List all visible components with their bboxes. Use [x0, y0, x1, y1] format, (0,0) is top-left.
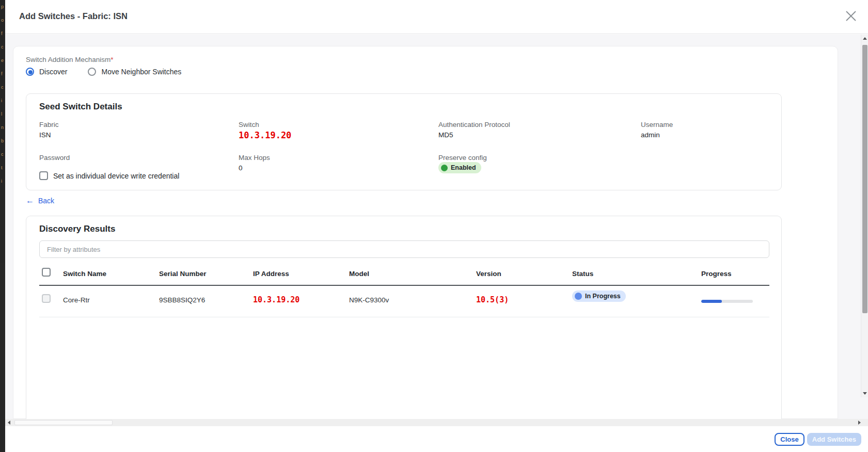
- vertical-scrollbar[interactable]: [861, 35, 868, 397]
- table-header-row: Switch Name Serial Number IP Address Mod…: [26, 265, 782, 285]
- row-checkbox[interactable]: [42, 294, 51, 303]
- auth-protocol-label: Authentication Protocol: [438, 121, 510, 128]
- horizontal-scrollbar-thumb[interactable]: [14, 420, 113, 425]
- cell-model: N9K-C9300v: [349, 296, 389, 304]
- background-app-strip: p o f c e f c i l n b c t i: [0, 0, 5, 452]
- radio-move-neighbor[interactable]: [88, 68, 96, 76]
- radio-move-neighbor-label[interactable]: Move Neighbor Switches: [101, 68, 181, 76]
- fabric-label: Fabric: [39, 121, 59, 128]
- col-status: Status: [572, 270, 593, 278]
- in-progress-dot-icon: [575, 293, 582, 300]
- col-version: Version: [476, 270, 501, 278]
- cell-serial-number: 9SBB8SIQ2Y6: [159, 296, 205, 304]
- scroll-left-icon[interactable]: [8, 421, 10, 425]
- col-progress: Progress: [701, 270, 732, 278]
- table-row[interactable]: Core-Rtr 9SBB8SIQ2Y6 10.3.19.20 N9K-C930…: [26, 286, 782, 317]
- password-label: Password: [39, 154, 70, 162]
- discovery-results-card: Discovery Results Switch Name Serial Num…: [26, 216, 782, 419]
- cell-ip-address: 10.3.19.20: [253, 295, 299, 304]
- dialog-header: Add Switches - Fabric: ISN: [5, 0, 868, 34]
- scroll-up-icon[interactable]: [863, 37, 867, 40]
- radio-discover-label[interactable]: Discover: [39, 68, 67, 76]
- cell-version: 10.5(3): [476, 295, 509, 304]
- required-asterisk: *: [111, 56, 113, 63]
- filter-input[interactable]: [39, 240, 769, 258]
- close-icon[interactable]: [843, 8, 859, 24]
- switch-label: Switch: [239, 121, 259, 128]
- add-switches-button[interactable]: Add Switches: [807, 433, 861, 446]
- write-credential-label: Set as individual device write credentia…: [53, 172, 179, 180]
- dialog-title: Add Switches - Fabric: ISN: [19, 11, 128, 21]
- enabled-dot-icon: [441, 165, 448, 171]
- seed-switch-details-card: Seed Switch Details Fabric ISN Switch 10…: [26, 93, 782, 190]
- auth-protocol-value: MD5: [438, 131, 453, 139]
- max-hops-value: 0: [239, 164, 243, 172]
- results-card-title: Discovery Results: [39, 224, 115, 234]
- col-switch-name: Switch Name: [63, 270, 106, 278]
- back-arrow-icon: ←: [26, 196, 34, 205]
- mechanism-label: Switch Addition Mechanism*: [26, 56, 114, 63]
- select-all-checkbox[interactable]: [42, 268, 51, 277]
- dialog-body: Switch Addition Mechanism* Discover Move…: [5, 35, 868, 419]
- username-value: admin: [641, 131, 660, 139]
- back-link-label: Back: [38, 197, 54, 205]
- max-hops-label: Max Hops: [239, 154, 270, 162]
- back-link[interactable]: ← Back: [26, 196, 54, 205]
- dialog-footer: Close Add Switches: [5, 426, 868, 452]
- status-badge: In Progress: [572, 290, 626, 302]
- table-row-divider: [39, 317, 769, 317]
- vertical-scrollbar-thumb[interactable]: [862, 45, 867, 313]
- progress-bar: [701, 300, 753, 303]
- close-button[interactable]: Close: [775, 433, 804, 446]
- username-label: Username: [641, 121, 673, 128]
- seed-card-title: Seed Switch Details: [39, 102, 122, 112]
- progress-bar-fill: [701, 300, 722, 303]
- preserve-config-label: Preserve config: [438, 154, 487, 162]
- switch-value: 10.3.19.20: [239, 130, 291, 140]
- scroll-down-icon[interactable]: [863, 392, 867, 395]
- horizontal-scrollbar[interactable]: [5, 419, 868, 426]
- col-ip-address: IP Address: [253, 270, 289, 278]
- write-credential-checkbox[interactable]: [39, 171, 48, 180]
- fabric-value: ISN: [39, 131, 51, 139]
- preserve-config-badge: Enabled: [438, 162, 481, 173]
- mechanism-radio-group: Discover Move Neighbor Switches: [26, 66, 197, 77]
- cell-switch-name: Core-Rtr: [63, 296, 90, 304]
- content-card: Switch Addition Mechanism* Discover Move…: [13, 46, 838, 419]
- col-serial-number: Serial Number: [159, 270, 207, 278]
- write-credential-row: Set as individual device write credentia…: [39, 171, 179, 180]
- radio-discover[interactable]: [26, 68, 34, 76]
- preserve-config-badge-text: Enabled: [451, 164, 476, 171]
- mechanism-label-text: Switch Addition Mechanism: [26, 56, 111, 63]
- status-badge-text: In Progress: [585, 293, 621, 300]
- col-model: Model: [349, 270, 369, 278]
- scroll-right-icon[interactable]: [858, 421, 861, 425]
